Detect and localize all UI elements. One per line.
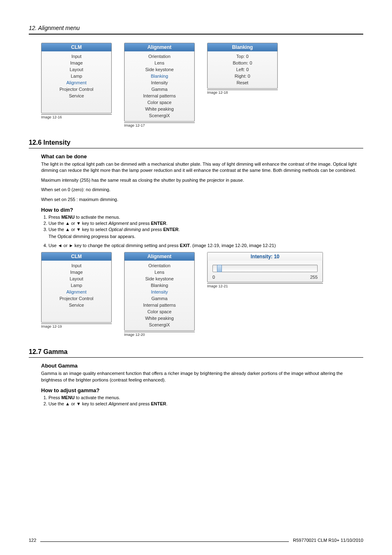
intensity-slider-title: Intensity: 10 [208, 252, 323, 261]
caption-12-19: Image 12-19 [41, 324, 112, 328]
align2-item: Internal patterns [125, 302, 194, 308]
g-step2-mid: and press [129, 401, 151, 406]
blanking-item: Bottom: 0 [208, 60, 277, 66]
clm1-item-selected: Alignment [42, 79, 111, 86]
align1-item: White peaking [125, 106, 194, 112]
clm-menu-2: CLM Input Image Layout Lamp Alignment Pr… [41, 252, 112, 323]
align1-item: Side keystone [125, 66, 194, 73]
step3-bold: ENTER [163, 227, 178, 232]
clm1-item: Input [42, 53, 111, 60]
align2-item: White peaking [125, 315, 194, 321]
clm1-item: Layout [42, 66, 111, 73]
about-gamma-para: Gamma is an image quality enhancement fu… [41, 370, 363, 383]
blanking-item: Reset [208, 79, 277, 86]
page-header-rule [29, 34, 363, 35]
step1-post: to activate the menus. [75, 215, 120, 220]
about-gamma-head: About Gamma [41, 363, 363, 369]
step-3: Use the ▲ or ▼ key to select Optical dim… [48, 227, 363, 240]
g-step2-pre: Use the ▲ or ▼ key to select [48, 401, 108, 406]
align1-item: Gamma [125, 86, 194, 92]
step3-mid: and press [141, 227, 163, 232]
step4-end: . (image 12-19, image 12-20, image 12-21… [190, 243, 276, 248]
align2-item: Color space [125, 308, 194, 315]
clm2-item: Lamp [42, 282, 111, 289]
align2-item: Lens [125, 269, 194, 275]
step-4: Use ◄ or ► key to change the optical dim… [48, 243, 363, 248]
g-step1-bold: MENU [61, 395, 74, 400]
clm2-item: Projector Control [42, 295, 111, 302]
g-step1-pre: Press [48, 395, 61, 400]
step2-bold: ENTER [151, 221, 166, 226]
section-12-6-title: 12.6 Intensity [29, 139, 363, 146]
alignment-menu-1: Alignment Orientation Lens Side keystone… [124, 43, 195, 122]
clm1-item: Image [42, 60, 111, 66]
step3-end: . [178, 227, 180, 232]
g-step2-bold: ENTER [151, 401, 166, 406]
caption-12-16: Image 12-16 [41, 114, 112, 119]
step3-ital: Optical dimming [108, 227, 141, 232]
align1-item-selected: Blanking [125, 73, 194, 79]
page-number: 122 [29, 538, 36, 543]
caption-12-17: Image 12-17 [124, 123, 195, 127]
section-12-6-rule [29, 148, 363, 148]
g-step1-post: to activate the menus. [75, 395, 120, 400]
blanking-item: Top: 0 [208, 53, 277, 60]
zero-intensity-para: When set on 0 (zero): no dimming. [41, 187, 363, 193]
intensity-slider-track[interactable] [212, 265, 318, 272]
caption-12-21: Image 12-21 [207, 283, 323, 288]
caption-12-18: Image 12-18 [207, 90, 278, 95]
how-to-dim-head: How to dim? [41, 207, 363, 213]
section-12-7-title: 12.7 Gamma [29, 348, 363, 356]
clm-menu-2-title: CLM [42, 252, 111, 261]
how-to-dim-steps: Press MENU to activate the menus. Use th… [41, 215, 363, 248]
clm1-item: Lamp [42, 73, 111, 79]
step4-bold: EXIT [180, 243, 190, 248]
what-can-be-done-head: What can be done [41, 153, 363, 160]
gamma-step-1: Press MENU to activate the menus. [48, 395, 363, 400]
align2-item: ScenergiX [125, 321, 194, 328]
align1-item: Orientation [125, 53, 194, 60]
step1-bold: MENU [61, 215, 74, 220]
menu-row-2: CLM Input Image Layout Lamp Alignment Pr… [41, 252, 363, 337]
clm-menu-1-title: CLM [42, 43, 111, 51]
footer-rule [40, 541, 289, 542]
full-intensity-para: When set on 255 : maximum dimming. [41, 197, 363, 203]
intensity-slider-panel: Intensity: 10 0 255 [207, 252, 323, 282]
menu-row-1: CLM Input Image Layout Lamp Alignment Pr… [41, 43, 363, 127]
alignment-menu-2-title: Alignment [125, 252, 194, 261]
align2-item: Blanking [125, 282, 194, 289]
step-2: Use the ▲ or ▼ key to select Alignment a… [48, 221, 363, 226]
step1-pre: Press [48, 215, 61, 220]
step2-pre: Use the ▲ or ▼ key to select [48, 221, 108, 226]
clm2-item: Input [42, 262, 111, 269]
intensity-slider-min: 0 [212, 275, 215, 280]
align1-item: Intensity [125, 79, 194, 86]
g-step2-ital: Alignment [108, 401, 129, 406]
clm2-item: Layout [42, 275, 111, 282]
step3-pre: Use the ▲ or ▼ key to select [48, 227, 108, 232]
clm2-item: Service [42, 302, 111, 308]
align1-item: Lens [125, 60, 194, 66]
clm2-item-selected: Alignment [42, 289, 111, 295]
caption-12-20: Image 12-20 [124, 332, 195, 337]
align2-item: Side keystone [125, 275, 194, 282]
align2-item: Gamma [125, 295, 194, 302]
alignment-menu-1-title: Alignment [125, 43, 194, 51]
blanking-menu-title: Blanking [208, 43, 277, 51]
align2-item-selected: Intensity [125, 289, 194, 295]
step2-end: . [166, 221, 168, 226]
step-1: Press MENU to activate the menus. [48, 215, 363, 220]
intensity-slider-thumb[interactable] [217, 265, 222, 272]
section-12-7-rule [29, 357, 363, 358]
step4-pre: Use ◄ or ► key to change the optical dim… [48, 243, 180, 248]
step3-note: The Optical dimming progress bar appears… [48, 234, 363, 240]
max-intensity-para: Maximum intensity (255) has the same res… [41, 177, 363, 183]
clm1-item: Projector Control [42, 86, 111, 92]
page-header-title: 12. Alignment menu [29, 25, 363, 31]
intensity-slider-max: 255 [310, 275, 318, 280]
align1-item: Color space [125, 99, 194, 106]
blanking-item: Left: 0 [208, 66, 277, 73]
align1-item: ScenergiX [125, 112, 194, 119]
doc-id: R59770021 CLM R10+ 11/10/2010 [293, 538, 363, 543]
align1-item: Internal patterns [125, 92, 194, 99]
